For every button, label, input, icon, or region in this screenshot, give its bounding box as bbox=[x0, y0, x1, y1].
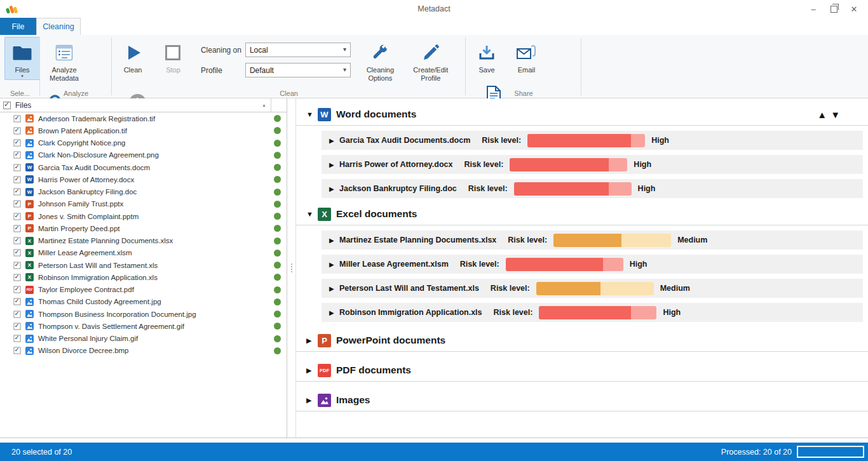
file-list-row[interactable]: P Jones v. Smith Complaint.pptm bbox=[0, 210, 287, 222]
file-checkbox[interactable] bbox=[13, 286, 20, 293]
file-list-row[interactable]: X Miller Lease Agreement.xlsm bbox=[0, 247, 287, 259]
expander-icon[interactable]: ▶ bbox=[329, 309, 339, 316]
file-checkbox[interactable] bbox=[13, 152, 20, 159]
document-section: ▼ X Excel documents ▶ Martinez Estate Pl… bbox=[296, 203, 868, 322]
file-list-row[interactable]: W Harris Power of Attorney.docx bbox=[0, 173, 287, 185]
expander-icon[interactable]: ▶ bbox=[306, 366, 318, 375]
expander-icon[interactable]: ▶ bbox=[329, 261, 339, 268]
file-checkbox[interactable] bbox=[13, 127, 20, 134]
file-checkbox[interactable] bbox=[13, 213, 20, 220]
file-checkbox[interactable] bbox=[13, 115, 20, 122]
file-checkbox[interactable] bbox=[13, 225, 20, 232]
file-checkbox[interactable] bbox=[13, 311, 20, 317]
file-list-row[interactable]: Clark Copyright Notice.png bbox=[0, 137, 287, 149]
risk-level-value: Medium bbox=[677, 236, 707, 244]
expander-icon[interactable]: ▶ bbox=[306, 396, 318, 404]
file-checkbox[interactable] bbox=[13, 250, 20, 257]
clean-button[interactable]: Clean bbox=[117, 37, 149, 76]
file-list-row[interactable]: W Garcia Tax Audit Documents.docm bbox=[0, 161, 287, 173]
titlebar: Metadact – ✕ bbox=[0, 0, 868, 18]
close-button[interactable]: ✕ bbox=[845, 1, 863, 17]
section-header[interactable]: ▶ PDF PDF documents bbox=[296, 359, 868, 382]
file-checkbox[interactable] bbox=[13, 176, 20, 183]
expander-icon[interactable]: ▶ bbox=[329, 237, 339, 244]
file-checkbox[interactable] bbox=[13, 189, 20, 196]
file-list-row[interactable]: Thomas Child Custody Agreement.jpg bbox=[0, 296, 287, 308]
file-list-row[interactable]: P Martin Property Deed.ppt bbox=[0, 222, 287, 234]
create-edit-profile-button[interactable]: Create/Edit Profile bbox=[407, 37, 454, 84]
file-list-row[interactable]: W Jackson Bankruptcy Filing.doc bbox=[0, 186, 287, 198]
tab-cleaning[interactable]: Cleaning bbox=[36, 18, 81, 35]
file-checkbox[interactable] bbox=[13, 164, 20, 171]
expander-icon[interactable]: ▶ bbox=[329, 161, 339, 168]
analyze-metadata-icon bbox=[55, 41, 73, 64]
file-checkbox[interactable] bbox=[13, 335, 20, 342]
files-button[interactable]: Files ▾ bbox=[4, 37, 40, 80]
minimize-button[interactable]: – bbox=[804, 1, 822, 17]
file-checkbox[interactable] bbox=[13, 140, 20, 147]
sort-ascending-icon[interactable]: ▲ bbox=[262, 103, 266, 107]
file-list-row[interactable]: X Martinez Estate Planning Documents.xls… bbox=[0, 235, 287, 247]
section-header[interactable]: ▶ P PowerPoint documents bbox=[296, 330, 868, 352]
analyze-metadata-button[interactable]: Analyze Metadata bbox=[44, 37, 85, 84]
file-list-row[interactable]: Clark Non-Disclosure Agreement.png bbox=[0, 149, 287, 161]
expander-icon[interactable]: ▼ bbox=[306, 210, 318, 218]
file-list-header[interactable]: Files ▲ bbox=[0, 98, 287, 112]
file-list-row[interactable]: Thompson Business Incorporation Document… bbox=[0, 308, 287, 320]
pencil-icon bbox=[422, 41, 440, 64]
content-area: Files ▲ Anderson Trademark Registration.… bbox=[0, 98, 868, 438]
file-list-row[interactable]: X Robinson Immigration Application.xls bbox=[0, 271, 287, 283]
document-item-row[interactable]: ▶ Garcia Tax Audit Documents.docm Risk l… bbox=[322, 131, 863, 150]
document-item-row[interactable]: ▶ Harris Power of Attorney.docx Risk lev… bbox=[322, 155, 863, 174]
section-header[interactable]: ▶ Images bbox=[296, 389, 868, 411]
file-checkbox[interactable] bbox=[13, 323, 20, 330]
file-list-panel: Files ▲ Anderson Trademark Registration.… bbox=[0, 98, 287, 438]
file-list-row[interactable]: PDF Taylor Employee Contract.pdf bbox=[0, 284, 287, 296]
expander-icon[interactable]: ▶ bbox=[329, 185, 339, 192]
risk-bar bbox=[527, 134, 645, 147]
section-header[interactable]: ▼ W Word documents bbox=[296, 104, 868, 126]
navigate-up-down-icons[interactable]: ▲▼ bbox=[817, 109, 844, 120]
document-name: Harris Power of Attorney.docx bbox=[339, 160, 453, 169]
file-list-row[interactable]: Thompson v. Davis Settlement Agreement.g… bbox=[0, 320, 287, 332]
file-checkbox[interactable] bbox=[13, 262, 20, 269]
file-checkbox[interactable] bbox=[13, 201, 20, 208]
document-item-row[interactable]: ▶ Robinson Immigration Application.xls R… bbox=[322, 303, 863, 322]
stop-button[interactable]: Stop bbox=[157, 37, 189, 76]
file-list-row[interactable]: White Personal Injury Claim.gif bbox=[0, 333, 287, 345]
section-header[interactable]: ▼ X Excel documents bbox=[296, 203, 868, 225]
file-list-row[interactable]: Wilson Divorce Decree.bmp bbox=[0, 345, 287, 357]
file-list-row[interactable]: Anderson Trademark Registration.tif bbox=[0, 112, 287, 124]
select-all-checkbox[interactable] bbox=[3, 102, 11, 109]
profile-select[interactable]: Default ▾ bbox=[245, 63, 351, 77]
document-item-row[interactable]: ▶ Peterson Last Will and Testament.xls R… bbox=[322, 279, 863, 298]
pdf-section-icon: PDF bbox=[318, 364, 331, 377]
document-item-row[interactable]: ▶ Martinez Estate Planning Documents.xls… bbox=[322, 230, 863, 250]
file-list-row[interactable]: Brown Patent Application.tif bbox=[0, 124, 287, 137]
file-name: Martinez Estate Planning Documents.xlsx bbox=[38, 237, 173, 244]
file-checkbox[interactable] bbox=[13, 237, 20, 244]
restore-button[interactable] bbox=[825, 1, 843, 17]
save-button[interactable]: Save bbox=[471, 37, 503, 76]
expander-icon[interactable]: ▶ bbox=[306, 337, 318, 345]
file-list-row[interactable]: X Peterson Last Will and Testament.xls bbox=[0, 259, 287, 271]
cleaning-options-button[interactable]: Cleaning Options bbox=[360, 37, 400, 84]
file-checkbox[interactable] bbox=[13, 274, 20, 281]
file-checkbox[interactable] bbox=[13, 298, 20, 305]
ribbon: Files ▾ Sele... Analyze Metadata Search … bbox=[0, 35, 868, 98]
expander-icon[interactable]: ▶ bbox=[329, 285, 339, 292]
cleaning-on-select[interactable]: Local ▾ bbox=[245, 43, 351, 57]
document-item-row[interactable]: ▶ Miller Lease Agreement.xlsm Risk level… bbox=[322, 255, 863, 274]
status-dot-icon bbox=[274, 298, 281, 305]
document-item-row[interactable]: ▶ Jackson Bankruptcy Filing.doc Risk lev… bbox=[322, 179, 863, 198]
expander-icon[interactable]: ▼ bbox=[306, 110, 318, 118]
file-name: Thompson Business Incorporation Document… bbox=[38, 311, 196, 318]
email-button[interactable]: Email bbox=[509, 37, 543, 76]
expander-icon[interactable]: ▶ bbox=[329, 137, 339, 144]
panel-splitter[interactable] bbox=[287, 98, 295, 438]
file-checkbox[interactable] bbox=[13, 347, 20, 354]
file-list-row[interactable]: P Johnson Family Trust.pptx bbox=[0, 198, 287, 210]
risk-level-value: High bbox=[651, 136, 669, 145]
status-dot-icon bbox=[274, 311, 281, 317]
tab-file[interactable]: File bbox=[0, 18, 36, 35]
